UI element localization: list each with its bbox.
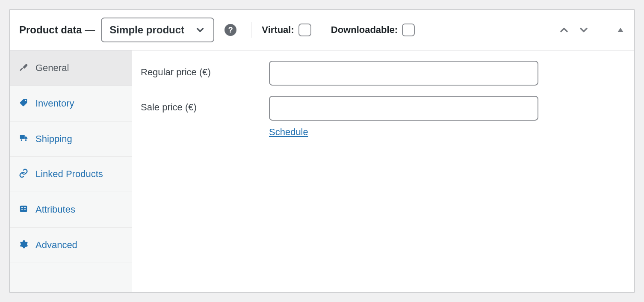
- tab-label: Advanced: [35, 239, 123, 252]
- svg-rect-3: [20, 206, 27, 212]
- tab-label: Linked Products: [35, 168, 123, 181]
- truck-icon: [18, 133, 29, 143]
- tab-inventory[interactable]: Inventory: [10, 86, 132, 121]
- sale-price-row: Sale price (€) Schedule: [141, 96, 626, 138]
- virtual-toggle[interactable]: Virtual:: [262, 24, 311, 36]
- virtual-label: Virtual:: [262, 24, 294, 36]
- svg-rect-4: [21, 207, 24, 208]
- move-up-button[interactable]: [558, 24, 570, 36]
- tab-linked-products[interactable]: Linked Products: [10, 157, 132, 192]
- tab-label: Inventory: [35, 97, 123, 110]
- panel-controls: [558, 24, 625, 36]
- tag-icon: [18, 98, 29, 107]
- general-fields: Regular price (€) Sale price (€) Schedul…: [132, 50, 634, 150]
- downloadable-checkbox[interactable]: [402, 24, 415, 36]
- svg-marker-0: [617, 28, 623, 32]
- regular-price-row: Regular price (€): [141, 61, 626, 86]
- svg-point-1: [21, 139, 23, 141]
- tab-label: Shipping: [35, 133, 123, 145]
- tab-shipping[interactable]: Shipping: [10, 121, 132, 157]
- divider: [251, 22, 251, 38]
- svg-rect-6: [21, 209, 24, 210]
- product-type-select[interactable]: Simple product: [101, 18, 214, 42]
- sale-price-label: Sale price (€): [141, 96, 269, 113]
- tab-attributes[interactable]: Attributes: [10, 192, 132, 228]
- regular-price-input[interactable]: [269, 61, 538, 86]
- gear-icon: [18, 240, 29, 249]
- sale-price-input[interactable]: [269, 96, 538, 121]
- regular-price-label: Regular price (€): [141, 61, 269, 78]
- svg-rect-7: [24, 209, 26, 210]
- tabs-sidebar: General Inventory Shipping Linked Produc…: [10, 50, 132, 292]
- panel-title: Product data —: [19, 24, 95, 36]
- product-type-select-wrap: Simple product: [101, 18, 214, 42]
- tab-label: General: [35, 62, 123, 74]
- tab-advanced[interactable]: Advanced: [10, 228, 132, 263]
- panel-body: General Inventory Shipping Linked Produc…: [10, 50, 634, 292]
- svg-point-2: [25, 139, 27, 141]
- link-icon: [18, 169, 29, 178]
- tab-content: Regular price (€) Sale price (€) Schedul…: [132, 50, 634, 292]
- tab-label: Attributes: [35, 203, 123, 216]
- svg-rect-5: [24, 207, 26, 208]
- list-icon: [18, 204, 29, 213]
- schedule-link[interactable]: Schedule: [269, 127, 308, 138]
- toggle-panel-button[interactable]: [616, 26, 625, 34]
- product-data-panel: Product data — Simple product ? Virtual:…: [9, 9, 635, 293]
- downloadable-label: Downloadable:: [331, 24, 398, 36]
- wrench-icon: [18, 62, 29, 72]
- move-down-button[interactable]: [578, 24, 590, 36]
- tab-general[interactable]: General: [10, 50, 132, 86]
- panel-header: Product data — Simple product ? Virtual:…: [10, 10, 634, 50]
- help-icon[interactable]: ?: [225, 24, 236, 36]
- virtual-checkbox[interactable]: [298, 24, 311, 36]
- downloadable-toggle[interactable]: Downloadable:: [331, 24, 415, 36]
